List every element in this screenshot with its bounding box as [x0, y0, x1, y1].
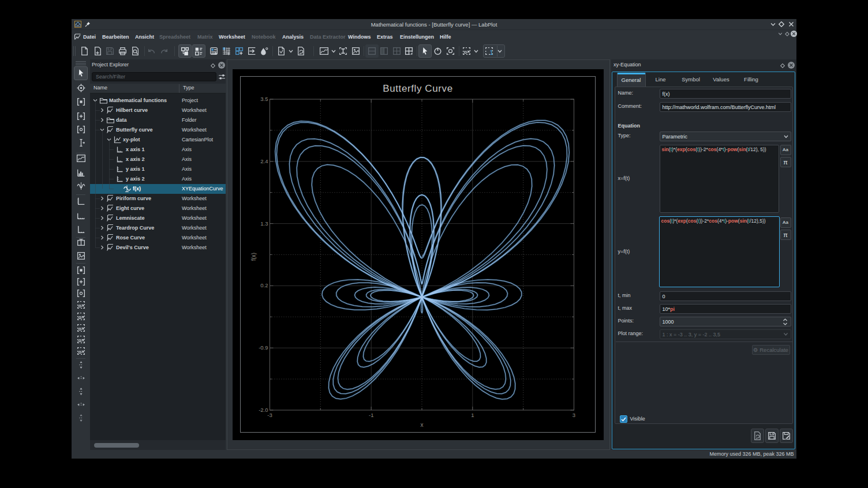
- svg-text:f(x): f(x): [250, 253, 257, 261]
- svg-text:0.2: 0.2: [260, 282, 268, 288]
- svg-text:1.3: 1.3: [260, 220, 268, 227]
- svg-text:-1: -1: [369, 412, 373, 418]
- svg-text:Butterfly Curve: Butterfly Curve: [383, 83, 452, 94]
- svg-text:3: 3: [573, 412, 575, 418]
- svg-text:2.4: 2.4: [260, 158, 268, 164]
- svg-text:-3: -3: [267, 412, 272, 418]
- svg-text:-0.9: -0.9: [259, 344, 268, 351]
- svg-text:1: 1: [471, 412, 474, 418]
- svg-text:x: x: [421, 422, 424, 428]
- svg-text:-2.0: -2.0: [259, 407, 268, 413]
- svg-text:1: 1: [490, 49, 493, 56]
- svg-text:3.5: 3.5: [260, 96, 268, 102]
